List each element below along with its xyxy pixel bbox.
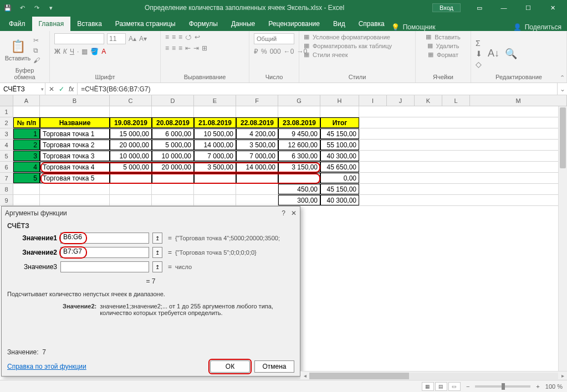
cell[interactable] [359,173,567,183]
help-icon[interactable]: ? [282,209,285,217]
cell[interactable]: Название [40,117,110,128]
cell[interactable]: 14 000,00 [236,162,278,172]
share-button[interactable]: 👤Поделиться [513,23,567,31]
format-cells-button[interactable]: ▦Формат [428,51,458,58]
cell[interactable] [152,184,194,194]
align-bottom-icon[interactable]: ≡ [178,33,182,41]
col-header[interactable]: B [40,95,110,106]
cell[interactable]: 20 000,00 [152,162,194,172]
fx-icon[interactable]: fx [69,85,74,93]
zoom-out-icon[interactable]: − [466,383,469,390]
tab-formulas[interactable]: Формулы [182,17,224,31]
orientation-icon[interactable]: ⭯ [185,33,192,41]
cell[interactable]: 12 600,00 [278,140,320,150]
cell[interactable]: 20.08.2019 [152,117,194,128]
cell[interactable] [359,162,567,172]
row-header[interactable]: 2 [0,117,13,128]
cell[interactable] [40,195,110,205]
cell[interactable] [236,195,278,205]
ok-button[interactable]: ОК [210,360,250,373]
italic-icon[interactable]: К [63,48,67,55]
sort-filter-icon[interactable]: A↓ [488,48,499,59]
row-header[interactable]: 8 [0,184,13,194]
chevron-down-icon[interactable]: ▾ [41,86,44,92]
cell[interactable] [110,173,152,183]
tab-data[interactable]: Данные [224,17,262,31]
cell[interactable] [320,106,359,117]
cell[interactable]: 4 200,00 [236,128,278,139]
align-top-icon[interactable]: ≡ [165,33,169,41]
row-header[interactable]: 3 [0,128,13,139]
cell[interactable]: 5 000,00 [152,140,194,150]
name-box[interactable]: СЧЁТЗ▾ [0,83,45,95]
arg1-input[interactable]: B6:G6 [60,233,149,244]
col-header[interactable]: A [13,95,40,106]
row-header[interactable]: 1 [0,106,13,117]
cell[interactable] [194,195,236,205]
vertical-scrollbar[interactable] [558,106,567,383]
inc-decimal-icon[interactable]: ←0 [284,48,294,55]
col-header[interactable]: F [236,95,278,106]
clear-icon[interactable]: ◇ [476,60,482,69]
arg2-ref-icon[interactable]: ↥ [152,247,162,258]
cell[interactable] [359,184,567,194]
maximize-icon[interactable]: ☐ [516,0,540,16]
col-header[interactable]: C [110,95,152,106]
col-header[interactable]: L [442,95,470,106]
cell[interactable] [359,106,567,117]
col-header[interactable]: K [415,95,442,106]
fill-color-icon[interactable]: 🪣 [90,48,99,55]
close-icon[interactable]: ✕ [291,209,297,217]
tab-review[interactable]: Рецензирование [262,17,326,31]
row-header[interactable]: 6 [0,162,13,172]
cell[interactable]: 7 000,00 [194,151,236,161]
cell[interactable]: 9 450,00 [278,128,320,139]
cell[interactable] [194,184,236,194]
cell[interactable]: 300,00 [278,195,320,205]
scroll-left-icon[interactable]: ◂ [300,373,309,379]
copy-icon[interactable]: ⧉ [33,47,40,54]
currency-icon[interactable]: ₽ [254,48,258,55]
indent-inc-icon[interactable]: ⇥ [193,44,199,52]
cell[interactable] [278,106,320,117]
delete-cells-button[interactable]: ▦Удалить [427,42,459,49]
row-header[interactable]: 5 [0,151,13,161]
align-left-icon[interactable]: ≡ [165,44,169,52]
autosum-icon[interactable]: Σ [476,39,482,48]
tab-insert[interactable]: Вставка [70,17,109,31]
cell[interactable] [236,184,278,194]
align-middle-icon[interactable]: ≡ [172,33,176,41]
select-all-corner[interactable] [0,95,13,106]
cell[interactable] [359,128,567,139]
formula-input[interactable]: =СЧЁТЗ(B6:G6;B7:G7) [78,83,557,95]
col-header[interactable]: M [470,95,567,106]
cell[interactable]: Торговая точка 2 [40,140,110,150]
find-select-icon[interactable]: 🔍 [505,48,517,60]
cell[interactable] [236,173,278,183]
zoom-level[interactable]: 100 % [545,383,563,390]
cell[interactable] [359,117,567,128]
row-header[interactable]: 7 [0,173,13,183]
horizontal-scrollbar[interactable]: ◂ ▸ [300,371,567,380]
cell[interactable] [110,195,152,205]
cell[interactable] [13,106,40,117]
bold-icon[interactable]: Ж [54,48,60,55]
cancel-formula-icon[interactable]: ✕ [49,85,54,93]
login-button[interactable]: Вход [432,3,461,12]
cell[interactable]: 3 500,00 [236,140,278,150]
arg2-input[interactable]: B7:G7 [60,247,149,258]
cell[interactable]: 2 [13,140,40,150]
cell[interactable] [194,173,236,183]
cell[interactable]: 14 000,00 [194,140,236,150]
cell[interactable]: 10 500,00 [194,128,236,139]
qat-dropdown-icon[interactable]: ▾ [45,2,57,13]
fill-icon[interactable]: ⬇ [476,49,482,58]
row-header[interactable]: 4 [0,140,13,150]
arg1-ref-icon[interactable]: ↥ [152,233,162,244]
minimize-icon[interactable]: — [492,0,516,16]
cell[interactable] [152,195,194,205]
cell[interactable] [278,173,320,183]
col-header[interactable]: H [320,95,359,106]
cell[interactable]: Торговая точка 3 [40,151,110,161]
cell[interactable] [13,184,40,194]
